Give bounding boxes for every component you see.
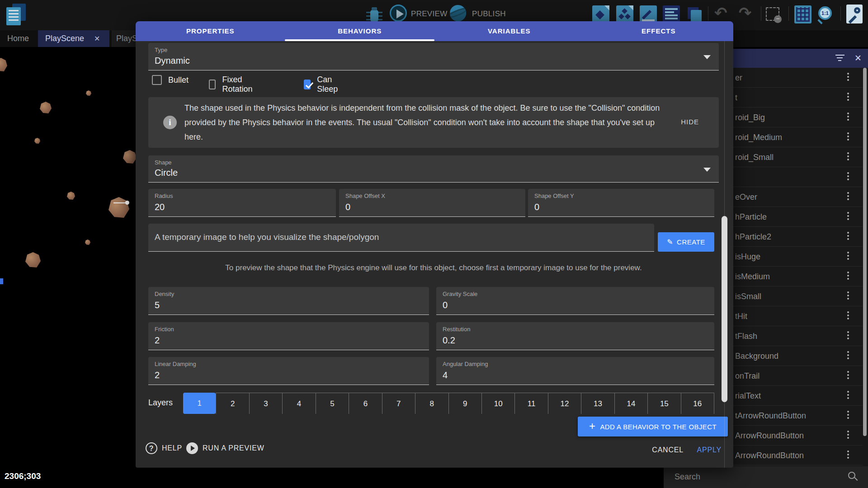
field-label: Shape Offset X [345, 192, 385, 199]
layer-option-15[interactable]: 15 [647, 393, 680, 414]
add-behavior-button[interactable]: + ADD A BEHAVIOR TO THE OBJECT [578, 417, 728, 436]
selection-handle-dot[interactable] [125, 201, 129, 205]
tab-properties[interactable]: PROPERTIES [136, 21, 285, 41]
linear-damping-input[interactable]: Linear Damping 2 [148, 357, 429, 385]
item-menu-icon[interactable] [846, 113, 850, 122]
restitution-input[interactable]: Restitution 0.2 [436, 322, 714, 350]
angular-damping-input[interactable]: Angular Damping 4 [436, 357, 714, 385]
item-menu-icon[interactable] [846, 73, 850, 82]
add-behavior-label: ADD A BEHAVIOR TO THE OBJECT [600, 423, 717, 431]
temp-image-select[interactable]: A temporary image to help you visualize … [148, 224, 654, 252]
redo-icon[interactable]: ↷ [739, 4, 752, 22]
layer-option-9[interactable]: 9 [448, 393, 481, 414]
checkbox-icon[interactable] [209, 80, 216, 89]
shape-offset-y-input[interactable]: Shape Offset Y 0 [528, 189, 714, 217]
item-menu-icon[interactable] [846, 351, 850, 361]
shape-select[interactable]: Shape Circle [148, 155, 719, 183]
layer-option-16[interactable]: 16 [681, 393, 714, 414]
can-sleep-checkbox[interactable]: Can Sleep [304, 75, 341, 94]
layer-option-12[interactable]: 12 [548, 393, 581, 414]
gravity-scale-input[interactable]: Gravity Scale 0 [436, 287, 714, 315]
settings-wrench-icon[interactable] [846, 5, 863, 23]
close-tab-icon[interactable]: ✕ [94, 34, 100, 43]
item-menu-icon[interactable] [846, 391, 850, 400]
shape-offset-x-input[interactable]: Shape Offset X 0 [339, 189, 525, 217]
item-menu-icon[interactable] [846, 232, 850, 241]
item-menu-icon[interactable] [846, 93, 850, 102]
edit-scene-icon[interactable] [640, 5, 657, 23]
cancel-button[interactable]: CANCEL [652, 446, 684, 454]
layer-option-11[interactable]: 11 [514, 393, 547, 414]
item-menu-icon[interactable] [846, 212, 850, 221]
fixed-rotation-checkbox[interactable]: Fixed Rotation [209, 75, 255, 94]
publish-button[interactable]: PUBLISH [472, 9, 506, 19]
field-label: Gravity Scale [443, 291, 477, 297]
filter-icon[interactable] [835, 55, 845, 62]
field-label: Shape Offset Y [534, 192, 574, 199]
layer-option-13[interactable]: 13 [581, 393, 614, 414]
gdevelop-window: PREVIEW PUBLISH ↶ ↷ − 1:1 Home PlayScene… [0, 0, 868, 488]
search-input[interactable]: Search [675, 472, 700, 482]
events-sheet-icon[interactable] [663, 5, 680, 23]
clear-selection-icon[interactable]: − [766, 7, 779, 21]
object-groups-icon[interactable] [616, 5, 633, 23]
density-input[interactable]: Density 5 [148, 287, 429, 315]
app-menu-icon[interactable] [6, 4, 27, 26]
tab-playscene-active[interactable]: PlayScene ✕ [38, 30, 109, 47]
physics-behavior-dialog: PROPERTIES BEHAVIORS VARIABLES EFFECTS T… [136, 21, 733, 468]
bullet-checkbox[interactable]: Bullet [152, 75, 189, 85]
friction-input[interactable]: Friction 2 [148, 322, 429, 350]
layer-option-6[interactable]: 6 [349, 393, 382, 414]
debug-icon[interactable] [365, 5, 384, 23]
tab-effects[interactable]: EFFECTS [584, 21, 734, 41]
layer-option-5[interactable]: 5 [316, 393, 349, 414]
item-menu-icon[interactable] [846, 311, 850, 321]
item-menu-icon[interactable] [846, 132, 850, 142]
scenes-stack-icon[interactable] [686, 5, 703, 23]
help-button[interactable]: ? HELP [146, 442, 182, 454]
publish-globe-icon[interactable] [450, 5, 466, 21]
preview-play-icon[interactable] [390, 5, 407, 22]
tab-behaviors[interactable]: BEHAVIORS [285, 21, 435, 41]
layer-option-3[interactable]: 3 [249, 393, 282, 414]
objects-panel-icon[interactable] [592, 5, 609, 23]
item-menu-icon[interactable] [846, 331, 850, 341]
asteroid-sprite [34, 138, 40, 144]
layer-option-14[interactable]: 14 [614, 393, 647, 414]
item-menu-icon[interactable] [846, 152, 850, 162]
apply-button[interactable]: APPLY [697, 446, 722, 454]
sidebar-scrollbar[interactable] [863, 68, 867, 436]
radius-input[interactable]: Radius 20 [148, 189, 336, 217]
item-menu-icon[interactable] [846, 172, 850, 182]
field-value: 2 [155, 335, 160, 346]
type-select[interactable]: Type Dynamic [148, 43, 719, 70]
run-preview-button[interactable]: RUN A PREVIEW [186, 442, 264, 454]
layer-option-7[interactable]: 7 [382, 393, 415, 414]
layer-option-8[interactable]: 8 [415, 393, 448, 414]
checkbox-icon[interactable] [304, 80, 311, 89]
item-menu-icon[interactable] [846, 192, 850, 202]
grid-icon[interactable] [794, 5, 811, 23]
item-menu-icon[interactable] [846, 371, 850, 380]
tab-variables[interactable]: VARIABLES [434, 21, 584, 41]
layer-option-2[interactable]: 2 [216, 393, 249, 414]
item-menu-icon[interactable] [846, 291, 850, 301]
create-button[interactable]: ✎ CREATE [658, 232, 714, 252]
undo-icon[interactable]: ↶ [714, 4, 727, 22]
hide-button[interactable]: HIDE [681, 118, 699, 126]
item-menu-icon[interactable] [846, 431, 850, 440]
close-panel-icon[interactable]: ✕ [854, 53, 862, 63]
dialog-scrollbar-thumb[interactable] [722, 216, 727, 402]
layer-option-10[interactable]: 10 [481, 393, 514, 414]
preview-button[interactable]: PREVIEW [411, 9, 448, 19]
question-icon: ? [146, 442, 157, 454]
item-menu-icon[interactable] [846, 450, 850, 460]
checkbox-icon[interactable] [152, 75, 162, 85]
tab-home[interactable]: Home [0, 30, 36, 47]
item-menu-icon[interactable] [846, 252, 850, 261]
item-menu-icon[interactable] [846, 272, 850, 281]
item-menu-icon[interactable] [846, 411, 850, 420]
layer-option-1[interactable]: 1 [183, 393, 216, 414]
layer-option-4[interactable]: 4 [282, 393, 315, 414]
zoom-1-1-icon[interactable]: 1:1 [816, 5, 835, 23]
